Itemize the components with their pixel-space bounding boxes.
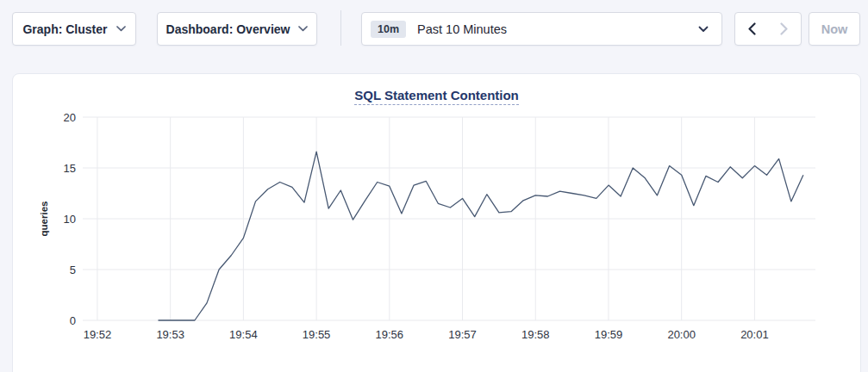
chevron-down-icon bbox=[116, 26, 126, 32]
chevron-down-icon bbox=[698, 26, 709, 33]
graph-dropdown-label: Graph: Cluster bbox=[22, 22, 107, 36]
graph-dropdown[interactable]: Graph: Cluster bbox=[12, 12, 136, 46]
dashboard-dropdown-label: Dashboard: Overview bbox=[166, 22, 290, 36]
time-range-selector[interactable]: 10m Past 10 Minutes bbox=[361, 12, 722, 46]
svg-text:20: 20 bbox=[64, 111, 76, 124]
chart-title-row: SQL Statement Contention bbox=[13, 88, 860, 105]
svg-text:19:52: 19:52 bbox=[84, 328, 112, 341]
now-button[interactable]: Now bbox=[809, 12, 860, 46]
chevron-down-icon bbox=[298, 26, 308, 32]
next-range-button[interactable] bbox=[768, 13, 801, 45]
prev-range-button[interactable] bbox=[735, 13, 768, 45]
contention-chart-svg: 0510152019:5219:5319:5419:5519:5619:5719… bbox=[35, 108, 828, 345]
now-button-label: Now bbox=[821, 22, 848, 36]
svg-text:19:54: 19:54 bbox=[229, 328, 258, 341]
svg-text:20:01: 20:01 bbox=[740, 328, 769, 341]
chart-title[interactable]: SQL Statement Contention bbox=[354, 88, 519, 105]
dashboard-dropdown[interactable]: Dashboard: Overview bbox=[157, 12, 317, 46]
svg-text:19:56: 19:56 bbox=[376, 328, 404, 341]
time-range-pager bbox=[734, 12, 802, 46]
y-gridlines-and-labels: 05101520 bbox=[64, 111, 815, 327]
svg-text:19:58: 19:58 bbox=[521, 328, 550, 341]
chevron-right-icon bbox=[780, 22, 789, 35]
chart-card: SQL Statement Contention 0510152019:5219… bbox=[12, 73, 861, 372]
line-series bbox=[159, 152, 803, 320]
y-axis-label: queries bbox=[39, 202, 49, 237]
svg-text:10: 10 bbox=[64, 213, 76, 226]
time-range-badge: 10m bbox=[371, 21, 406, 38]
time-range-label: Past 10 Minutes bbox=[417, 22, 507, 36]
svg-text:19:53: 19:53 bbox=[156, 328, 184, 341]
svg-text:5: 5 bbox=[70, 264, 76, 276]
toolbar-divider bbox=[340, 10, 341, 46]
svg-text:19:57: 19:57 bbox=[448, 328, 477, 341]
svg-text:19:59: 19:59 bbox=[595, 328, 623, 341]
svg-text:19:55: 19:55 bbox=[303, 328, 331, 341]
svg-text:15: 15 bbox=[64, 162, 76, 175]
chevron-left-icon bbox=[747, 22, 756, 35]
x-gridlines-and-labels: 19:5219:5319:5419:5519:5619:5719:5819:59… bbox=[84, 117, 769, 341]
svg-text:0: 0 bbox=[70, 314, 76, 327]
svg-text:20:00: 20:00 bbox=[667, 328, 696, 341]
